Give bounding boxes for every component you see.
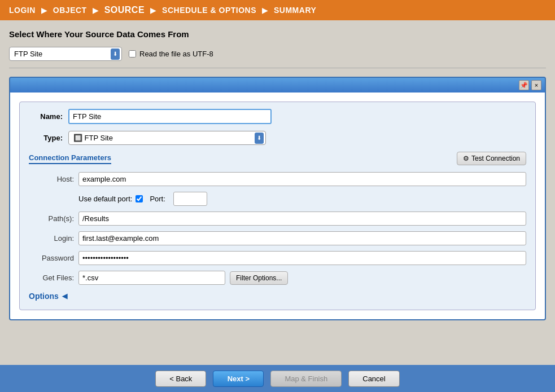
login-label: Login: [29, 234, 74, 243]
options-section: Options ◀ [29, 292, 526, 301]
port-label: Port: [150, 195, 165, 203]
connection-section: Connection Parameters ⚙ Test Connection … [29, 152, 526, 301]
utf8-checkbox[interactable] [129, 50, 136, 58]
modal-body: Name: Type: 🔲 FTP Site ⬇ [10, 93, 545, 319]
filter-options-button[interactable]: Filter Options... [230, 271, 288, 285]
modal-header-icons: 📌 × [519, 80, 541, 90]
paths-input[interactable] [78, 212, 526, 226]
nav-item-summary[interactable]: SUMMARY [269, 6, 321, 15]
modal-header: 📌 × [10, 78, 545, 93]
modal-dialog: 📌 × Name: Type: 🔲 FTP Site [9, 77, 546, 320]
nav-arrow-4: ▶ [262, 6, 268, 15]
type-label: Type: [29, 134, 63, 142]
nav-arrow-1: ▶ [41, 6, 47, 15]
nav-arrow-2: ▶ [93, 6, 99, 15]
modal-inner: Name: Type: 🔲 FTP Site ⬇ [19, 102, 536, 310]
source-type-select[interactable]: FTP Site Database File System HTTP [9, 47, 122, 61]
type-select-wrapper: 🔲 FTP Site ⬇ [68, 131, 266, 145]
nav-item-login[interactable]: LOGIN [5, 6, 40, 15]
nav-item-schedule[interactable]: SCHEDULE & OPTIONS [158, 6, 261, 15]
source-type-select-wrapper: FTP Site Database File System HTTP ⬇ [9, 47, 122, 61]
get-files-label: Get Files: [29, 274, 74, 282]
test-icon: ⚙ [463, 155, 469, 162]
nav-bar: LOGIN ▶ OBJECT ▶ SOURCE ▶ SCHEDULE & OPT… [0, 0, 555, 20]
use-default-port-checkbox[interactable] [136, 195, 143, 202]
options-arrow-icon: ◀ [62, 292, 67, 300]
page-title: Select Where Your Source Data Comes From [9, 29, 546, 39]
options-toggle[interactable]: Options ◀ [29, 292, 526, 301]
connection-title: Connection Parameters [29, 153, 111, 164]
close-icon-btn[interactable]: × [531, 80, 541, 90]
next-button[interactable]: Next > [213, 371, 264, 387]
paths-label: Path(s): [29, 214, 74, 223]
section-divider [9, 68, 546, 68]
get-files-row: Get Files: Filter Options... [29, 271, 526, 285]
port-row: Use default port: Port: [29, 192, 526, 206]
host-label: Host: [29, 175, 74, 183]
port-input[interactable] [173, 192, 207, 206]
back-button[interactable]: < Back [155, 371, 206, 387]
type-select[interactable]: 🔲 FTP Site [68, 131, 266, 145]
connection-header: Connection Parameters ⚙ Test Connection [29, 152, 526, 165]
name-row: Name: [29, 109, 526, 124]
options-label: Options [29, 292, 59, 301]
login-input[interactable] [78, 231, 526, 245]
host-row: Host: [29, 172, 526, 186]
host-input[interactable] [78, 172, 526, 186]
type-row: Type: 🔲 FTP Site ⬇ [29, 131, 526, 145]
get-files-input[interactable] [78, 271, 225, 285]
source-type-row: FTP Site Database File System HTTP ⬇ Rea… [9, 47, 546, 61]
bottom-bar: < Back Next > Map & Finish Cancel [0, 365, 555, 392]
test-connection-label: Test Connection [471, 155, 520, 162]
password-label: Password [29, 254, 74, 262]
utf8-checkbox-label[interactable]: Read the file as UTF-8 [129, 50, 213, 58]
password-input[interactable] [78, 251, 526, 265]
use-default-port-label: Use default port: [78, 195, 132, 203]
utf8-label-text: Read the file as UTF-8 [139, 50, 213, 58]
nav-item-source[interactable]: SOURCE [100, 5, 149, 15]
test-connection-button[interactable]: ⚙ Test Connection [457, 152, 526, 165]
paths-row: Path(s): [29, 212, 526, 226]
password-row: Password [29, 251, 526, 265]
name-input[interactable] [68, 109, 272, 124]
map-finish-button[interactable]: Map & Finish [270, 371, 342, 387]
login-row: Login: [29, 231, 526, 245]
pin-icon-btn[interactable]: 📌 [519, 80, 529, 90]
nav-arrow-3: ▶ [150, 6, 156, 15]
main-content: Select Where Your Source Data Comes From… [0, 20, 555, 365]
cancel-button[interactable]: Cancel [348, 371, 399, 387]
name-label: Name: [29, 112, 63, 121]
nav-item-object[interactable]: OBJECT [49, 6, 91, 15]
